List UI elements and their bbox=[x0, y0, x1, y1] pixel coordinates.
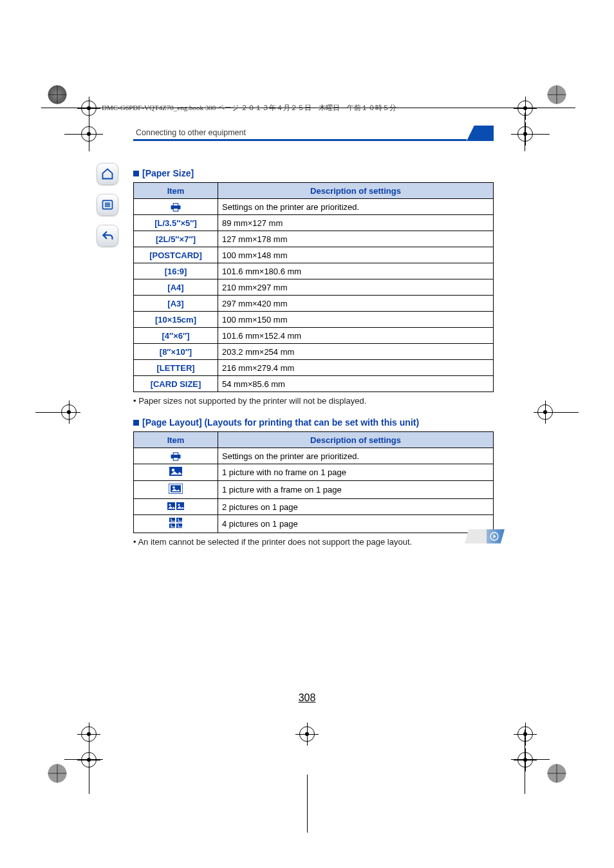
table-row: [POSTCARD]100 mm×148 mm bbox=[134, 247, 494, 263]
table-row: 4 pictures on 1 page bbox=[134, 515, 494, 533]
corner-mark-icon bbox=[546, 762, 568, 784]
registration-cross-icon bbox=[514, 748, 537, 771]
registration-cross-icon bbox=[514, 97, 537, 120]
table-row: [A4]210 mm×297 mm bbox=[134, 279, 494, 296]
table-row: [10×15cm]100 mm×150 mm bbox=[134, 312, 494, 328]
svg-rect-5 bbox=[173, 203, 178, 206]
breadcrumb-tail bbox=[467, 126, 494, 141]
registration-rule bbox=[89, 113, 89, 151]
table-row: [4″×6″]101.6 mm×152.4 mm bbox=[134, 328, 494, 344]
svg-rect-6 bbox=[173, 208, 178, 211]
svg-point-18 bbox=[178, 504, 180, 505]
table-row: 1 picture with a frame on 1 page bbox=[134, 481, 494, 499]
table-row: 2 pictures on 1 page bbox=[134, 499, 494, 515]
corner-mark-icon bbox=[46, 762, 68, 784]
table-row: 1 picture with no frame on 1 page bbox=[134, 464, 494, 481]
svg-point-25 bbox=[171, 525, 172, 526]
registration-rule bbox=[307, 775, 308, 833]
svg-point-24 bbox=[178, 519, 179, 520]
paper-size-heading: [Paper Size] bbox=[133, 168, 494, 178]
back-icon[interactable] bbox=[97, 225, 118, 247]
bullet-square-icon bbox=[133, 171, 139, 176]
table-row: [2L/5″×7″]127 mm×178 mm bbox=[134, 231, 494, 247]
registration-rule bbox=[64, 134, 103, 135]
page-number: 308 bbox=[0, 692, 614, 704]
svg-point-14 bbox=[172, 486, 175, 489]
layout-frame-icon bbox=[134, 481, 218, 499]
home-icon[interactable] bbox=[97, 163, 118, 185]
table-row: [L/3.5″×5″]89 mm×127 mm bbox=[134, 215, 494, 231]
corner-mark-icon bbox=[546, 84, 568, 106]
table-row: [A3]297 mm×420 mm bbox=[134, 296, 494, 312]
running-header: DMC-G6PDF-VQT4Z78_eng.book 308 ページ ２０１３年… bbox=[102, 103, 396, 113]
layout-noframe-icon bbox=[134, 464, 218, 481]
registration-rule bbox=[511, 134, 550, 135]
contents-icon[interactable] bbox=[97, 194, 118, 216]
next-page-button[interactable] bbox=[465, 529, 505, 543]
registration-rule bbox=[64, 759, 103, 760]
bullet-square-icon bbox=[133, 420, 139, 426]
svg-point-23 bbox=[171, 519, 172, 520]
svg-point-11 bbox=[172, 469, 174, 471]
layout-two-icon bbox=[134, 499, 218, 515]
registration-rule bbox=[511, 759, 550, 760]
printer-default-icon bbox=[134, 448, 218, 464]
page-layout-note: • An item cannot be selected if the prin… bbox=[133, 537, 494, 547]
corner-mark-icon bbox=[46, 84, 68, 106]
layout-four-icon bbox=[134, 515, 218, 533]
printer-default-icon bbox=[134, 199, 218, 215]
registration-rule bbox=[35, 412, 80, 413]
table-row: [8″×10″]203.2 mm×254 mm bbox=[134, 344, 494, 360]
paper-size-note: • Paper sizes not supported by the print… bbox=[133, 396, 494, 406]
registration-cross-icon bbox=[514, 722, 537, 746]
registration-rule bbox=[525, 730, 525, 794]
table-row: [LETTER]216 mm×279.4 mm bbox=[134, 360, 494, 376]
svg-rect-15 bbox=[167, 502, 175, 510]
table-row: Settings on the printer are prioritized. bbox=[134, 448, 494, 464]
breadcrumb-label: Connecting to other equipment bbox=[133, 126, 467, 141]
registration-cross-icon bbox=[295, 722, 319, 746]
side-nav bbox=[97, 163, 118, 247]
table-row: [16:9]101.6 mm×180.6 mm bbox=[134, 263, 494, 279]
svg-rect-16 bbox=[176, 502, 184, 510]
svg-point-17 bbox=[169, 504, 171, 505]
registration-rule bbox=[525, 113, 525, 151]
col-desc: Description of settings bbox=[218, 183, 494, 199]
table-row: Settings on the printer are prioritized. bbox=[134, 199, 494, 215]
col-item: Item bbox=[134, 183, 218, 199]
registration-rule bbox=[89, 730, 89, 794]
registration-rule bbox=[534, 412, 579, 413]
col-desc: Description of settings bbox=[218, 432, 494, 448]
paper-size-table: Item Description of settings Settings on… bbox=[133, 182, 494, 392]
page-layout-table: Item Description of settings Settings on… bbox=[133, 431, 494, 533]
table-row: [CARD SIZE]54 mm×85.6 mm bbox=[134, 376, 494, 392]
svg-rect-8 bbox=[173, 453, 178, 455]
col-item: Item bbox=[134, 432, 218, 448]
svg-rect-9 bbox=[173, 457, 178, 460]
breadcrumb: Connecting to other equipment bbox=[133, 126, 494, 141]
svg-point-26 bbox=[178, 525, 179, 526]
page-layout-heading: [Page Layout] (Layouts for printing that… bbox=[133, 417, 494, 428]
